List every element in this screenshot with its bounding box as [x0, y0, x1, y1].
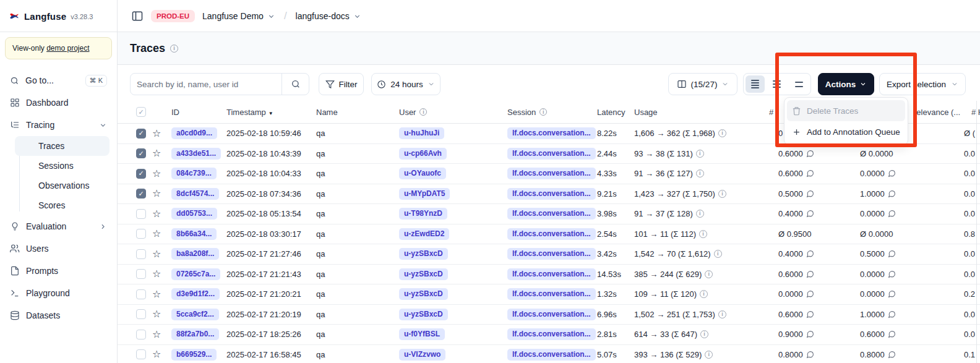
user-badge[interactable]: u-MYpDAT5 — [399, 188, 450, 200]
row-checkbox[interactable]: ✓ — [136, 129, 146, 139]
session-badge[interactable]: lf.docs.conversation... — [507, 127, 596, 139]
header-hash2-fragment[interactable]: # H — [971, 101, 980, 124]
session-badge[interactable]: lf.docs.conversation... — [507, 309, 596, 320]
user-badge[interactable]: u-yzSBxcD — [399, 309, 448, 320]
select-all-checkbox[interactable]: ✓ — [136, 107, 146, 117]
star-icon[interactable]: ☆ — [152, 330, 161, 340]
star-icon[interactable]: ☆ — [152, 289, 161, 299]
sidebar-item-scores[interactable]: Scores — [15, 195, 110, 215]
sidebar-item-observations[interactable]: Observations — [15, 176, 110, 195]
star-icon[interactable]: ☆ — [152, 349, 161, 359]
user-badge[interactable]: u-f0YfBSL — [399, 328, 445, 340]
row-checkbox[interactable] — [136, 269, 146, 279]
star-icon[interactable]: ☆ — [152, 189, 161, 199]
row-checkbox[interactable] — [136, 249, 146, 259]
demo-project-link[interactable]: demo project — [46, 44, 89, 53]
user-badge[interactable]: u-cp66Avh — [399, 148, 447, 160]
header-user[interactable]: Useri — [396, 108, 504, 117]
star-icon[interactable]: ☆ — [152, 209, 161, 219]
session-badge[interactable]: lf.docs.conversation... — [507, 228, 596, 240]
project-selector[interactable]: langfuse-docs — [296, 11, 361, 21]
user-badge[interactable]: u-T98YnzD — [399, 208, 447, 220]
row-checkbox[interactable] — [136, 330, 146, 340]
header-usage[interactable]: Usage — [631, 108, 775, 117]
row-checkbox[interactable]: ✓ — [136, 189, 146, 199]
menu-item-delete-traces[interactable]: Delete Traces — [787, 100, 905, 121]
search-submit-button[interactable] — [282, 74, 309, 95]
trace-id-badge[interactable]: 5cca9cf2... — [171, 309, 219, 320]
star-icon[interactable]: ☆ — [152, 129, 161, 139]
row-checkbox[interactable] — [136, 209, 146, 219]
sidebar-item-playground[interactable]: Playground — [5, 282, 112, 304]
filter-button[interactable]: Filter — [319, 73, 364, 95]
sidebar-item-prompts[interactable]: Prompts — [5, 260, 112, 282]
user-badge[interactable]: u-yzSBxcD — [399, 288, 448, 300]
row-height-medium-button[interactable] — [767, 75, 786, 93]
session-badge[interactable]: lf.docs.conversation... — [507, 208, 596, 220]
row-height-large-button[interactable] — [789, 75, 809, 93]
trace-id-badge[interactable]: 07265c7a... — [171, 268, 220, 280]
session-badge[interactable]: lf.docs.conversation... — [507, 148, 596, 160]
star-icon[interactable]: ☆ — [152, 148, 161, 158]
session-badge[interactable]: lf.docs.conversation... — [507, 328, 596, 340]
sidebar-toggle-icon[interactable] — [131, 10, 144, 22]
header-timestamp[interactable]: Timestamp▼ — [223, 108, 313, 117]
menu-item-add-to-annotation-queue[interactable]: Add to Annotation Queue — [787, 121, 905, 142]
user-badge[interactable]: u-yzSBxcD — [399, 248, 448, 260]
user-badge[interactable]: u-yzSBxcD — [399, 268, 448, 280]
trace-id-badge[interactable]: 88f2a7b0... — [171, 328, 219, 340]
goto-button[interactable]: Go to... ⌘ K — [5, 69, 112, 92]
row-checkbox[interactable] — [136, 289, 146, 299]
sidebar-item-tracing[interactable]: Tracing — [5, 114, 112, 136]
row-checkbox[interactable] — [136, 229, 146, 239]
trace-id-badge[interactable]: d3e9d1f2... — [171, 288, 220, 300]
time-range-button[interactable]: 24 hours — [371, 73, 441, 95]
trace-id-badge[interactable]: ba8a208f... — [171, 248, 219, 260]
session-badge[interactable]: lf.docs.conversation... — [507, 248, 596, 260]
trace-id-badge[interactable]: dd05753... — [171, 208, 217, 220]
trace-id-badge[interactable]: 8b66a34... — [171, 228, 217, 240]
session-badge[interactable]: lf.docs.conversation... — [507, 349, 596, 361]
sidebar-item-datasets[interactable]: Datasets — [5, 304, 112, 327]
trace-id-badge[interactable]: a0cd0d9... — [171, 127, 217, 139]
sidebar-item-dashboard[interactable]: Dashboard — [5, 92, 112, 114]
session-badge[interactable]: lf.docs.conversation... — [507, 268, 596, 280]
user-badge[interactable]: u-huJhuJi — [399, 127, 444, 139]
star-icon[interactable]: ☆ — [152, 169, 161, 179]
trace-id-badge[interactable]: 084c739... — [171, 168, 217, 179]
sidebar-item-evaluation[interactable]: Evaluation — [5, 215, 112, 237]
sidebar-nav: Go to... ⌘ K Dashboard Tracing Traces Se… — [0, 64, 117, 327]
session-badge[interactable]: lf.docs.conversation... — [507, 188, 596, 200]
row-checkbox[interactable]: ✓ — [136, 148, 146, 158]
sidebar-item-users[interactable]: Users — [5, 237, 112, 260]
header-relevance-fragment[interactable]: relevance (... — [914, 101, 960, 124]
org-selector[interactable]: Langfuse Demo — [202, 11, 275, 21]
row-checkbox[interactable] — [136, 349, 146, 359]
header-name[interactable]: Name — [313, 108, 396, 117]
header-latency[interactable]: Latency — [594, 108, 631, 117]
session-badge[interactable]: lf.docs.conversation... — [507, 168, 596, 179]
user-badge[interactable]: u-zEwdED2 — [399, 228, 449, 240]
star-icon[interactable]: ☆ — [152, 309, 161, 319]
export-selection-button[interactable]: Export selection — [879, 73, 966, 95]
trace-id-badge[interactable]: 8dcf4574... — [171, 188, 219, 200]
trace-id-badge[interactable]: a433de51... — [171, 148, 221, 160]
star-icon[interactable]: ☆ — [152, 269, 161, 279]
star-icon[interactable]: ☆ — [152, 229, 161, 239]
user-badge[interactable]: u-OYauofc — [399, 168, 446, 179]
search-input[interactable] — [131, 74, 282, 95]
star-icon[interactable]: ☆ — [152, 249, 161, 259]
sidebar-item-sessions[interactable]: Sessions — [15, 156, 110, 176]
row-checkbox[interactable] — [136, 309, 146, 319]
column-visibility-button[interactable]: (15/27) — [668, 73, 737, 95]
trace-id-badge[interactable]: b669529... — [171, 349, 217, 361]
row-height-small-button[interactable] — [746, 75, 765, 93]
header-id[interactable]: ID — [168, 108, 223, 117]
header-session[interactable]: Sessioni — [504, 108, 594, 117]
sidebar-item-traces[interactable]: Traces — [15, 136, 110, 156]
user-badge[interactable]: u-VIZzvwo — [399, 349, 445, 361]
session-badge[interactable]: lf.docs.conversation... — [507, 288, 596, 300]
header-hash-fragment[interactable]: # — [769, 101, 773, 124]
actions-button[interactable]: Actions — [818, 73, 874, 95]
row-checkbox[interactable]: ✓ — [136, 169, 146, 179]
